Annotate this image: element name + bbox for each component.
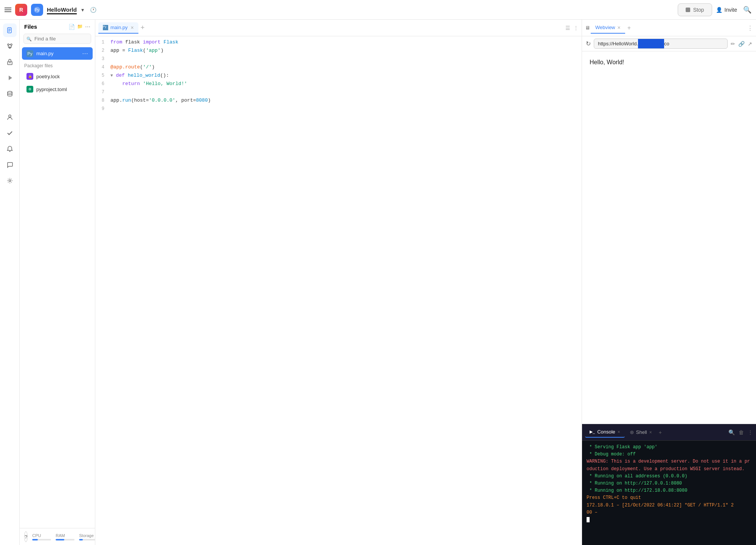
editor-tab-right: ☰ ⋮ — [565, 25, 579, 31]
edit-icon[interactable]: ✏ — [731, 41, 735, 47]
console-line-2: * Debug mode: off — [587, 451, 751, 458]
file-item-poetrylock[interactable]: 🔒 poetry.lock — [22, 70, 93, 82]
svg-rect-9 — [8, 62, 12, 65]
cpu-fill — [32, 539, 38, 540]
editor-tabs: Py main.py × + ☰ ⋮ — [95, 20, 582, 36]
svg-point-6 — [8, 44, 9, 45]
console-output: * Serving Flask app 'app' * Debug mode: … — [582, 441, 756, 545]
app-name: HelloWorld — [47, 6, 77, 13]
console-cursor — [587, 517, 590, 522]
sidebar-item-user[interactable] — [3, 110, 17, 124]
ram-resource: RAM — [56, 533, 75, 540]
console-trash-icon[interactable]: 🗑 — [739, 429, 744, 435]
editor-tab-mainpy[interactable]: Py main.py × — [98, 22, 138, 34]
svg-point-13 — [9, 180, 11, 182]
console-line-7: Press CTRL+C to quit — [587, 494, 751, 502]
console-search-icon[interactable]: 🔍 — [728, 429, 735, 435]
cpu-progress — [32, 539, 51, 540]
webview-hello-text: Hello, World! — [590, 59, 624, 65]
menu-button[interactable] — [5, 8, 11, 12]
sidebar-item-settings[interactable] — [3, 174, 17, 187]
topbar-right: 👤 Invite 🔍 — [716, 6, 751, 14]
sidebar-item-check[interactable] — [3, 126, 17, 140]
sidebar-item-git[interactable] — [3, 39, 17, 53]
webview-tab-name: Webview — [595, 25, 615, 30]
webview-more-icon[interactable]: ⋮ — [747, 25, 753, 31]
new-folder-icon[interactable]: 📁 — [77, 24, 83, 30]
sidebar-item-deploy[interactable] — [3, 71, 17, 85]
new-file-icon[interactable]: 📄 — [68, 24, 75, 30]
py-icon: Py — [26, 50, 33, 57]
webview-tabs: 🖥 Webview × + ⋮ — [582, 20, 756, 36]
cpu-resource: CPU — [32, 533, 51, 540]
webview-area: 🖥 Webview × + ⋮ ↻ https://HelloWorld. xx… — [582, 20, 756, 424]
editor-area: Py main.py × + ☰ ⋮ 1 from flask import F… — [95, 20, 582, 545]
external-link-icon[interactable]: ↗ — [748, 41, 752, 47]
ram-label: RAM — [56, 533, 75, 538]
history-icon[interactable]: 🕐 — [90, 7, 96, 13]
url-redacted: xxxxxxxxxx — [638, 39, 664, 48]
file-search-wrapper — [23, 34, 91, 44]
sidebar-item-files[interactable] — [3, 23, 17, 37]
file-search-container — [23, 34, 91, 44]
lock-icon: 🔒 — [26, 73, 33, 80]
console-close-icon[interactable]: × — [618, 429, 620, 435]
app-dropdown-icon[interactable]: ▾ — [81, 7, 84, 13]
stop-button[interactable]: Stop — [678, 3, 712, 16]
console-more-icon[interactable]: ⋮ — [748, 429, 753, 435]
webview-add-tab-button[interactable]: + — [627, 25, 631, 31]
tab-py-icon: Py — [103, 25, 108, 30]
file-name-mainpy: main.py — [36, 51, 54, 56]
url-text-suffix: co — [664, 39, 673, 48]
search-icon[interactable]: 🔍 — [743, 6, 751, 14]
console-line-4: * Running on all addresses (0.0.0.0) — [587, 473, 751, 480]
shell-tab-label: Shell — [636, 429, 647, 435]
svg-marker-10 — [9, 76, 12, 80]
console-tab-icon: ▶_ — [590, 429, 595, 434]
cpu-label: CPU — [32, 533, 51, 538]
add-console-tab-button[interactable]: + — [659, 429, 662, 435]
tab-close-icon[interactable]: × — [131, 25, 134, 31]
svg-text:Py: Py — [35, 8, 39, 12]
console-line-9 — [587, 516, 751, 523]
console-tabs: ▶_ Console × ◎ Shell × + 🔍 🗑 ⋮ — [582, 424, 756, 441]
sidebar-item-packages[interactable] — [3, 55, 17, 69]
console-tab-shell[interactable]: ◎ Shell × — [626, 427, 657, 437]
help-button[interactable]: ? — [24, 531, 28, 542]
file-more-icon[interactable]: ⋯ — [82, 50, 88, 57]
invite-icon: 👤 — [716, 7, 722, 13]
link-icon[interactable]: 🔗 — [738, 41, 745, 47]
svg-rect-3 — [8, 29, 11, 29]
console-line-8: 172.18.0.1 – [21/Oct/2022 06:41:22] "GET… — [587, 502, 751, 516]
replit-logo: R — [15, 4, 27, 16]
file-item-pyprojecttoml[interactable]: ⚙ pyproject.toml — [22, 83, 93, 95]
webview-content: Hello, World! — [582, 51, 756, 424]
webview-tab-close-icon[interactable]: × — [618, 25, 621, 31]
console-line-1: * Serving Flask app 'app' — [587, 444, 751, 451]
console-tab-console[interactable]: ▶_ Console × — [585, 427, 625, 438]
invite-button[interactable]: 👤 Invite — [716, 7, 737, 13]
code-editor[interactable]: 1 from flask import Flask 2 app = Flask(… — [95, 36, 582, 545]
webview-tab-icon: 🖥 — [585, 25, 590, 31]
console-area: ▶_ Console × ◎ Shell × + 🔍 🗑 ⋮ * Serving… — [582, 424, 756, 545]
editor-more-icon[interactable]: ⋮ — [573, 25, 579, 31]
search-input[interactable] — [23, 34, 91, 44]
webview-tab[interactable]: Webview × — [591, 22, 625, 34]
shell-close-icon[interactable]: × — [649, 430, 652, 435]
add-tab-button[interactable]: + — [141, 24, 145, 32]
editor-format-icon[interactable]: ☰ — [565, 25, 570, 31]
console-tab-label: Console — [597, 429, 615, 435]
sidebar-item-notification[interactable] — [3, 142, 17, 156]
webview-tab-right: ⋮ — [747, 25, 753, 31]
file-item-mainpy[interactable]: Py main.py ⋯ — [22, 47, 93, 60]
console-line-3: WARNING: This is a development server. D… — [587, 458, 751, 472]
refresh-icon[interactable]: ↻ — [586, 40, 591, 47]
more-icon[interactable]: ⋯ — [85, 24, 90, 30]
file-name-poetrylock: poetry.lock — [36, 74, 60, 79]
sidebar-item-database[interactable] — [3, 87, 17, 101]
console-line-6: * Running on http://172.18.0.88:8080 — [587, 487, 751, 494]
main-layout: Files 📄 📁 ⋯ Py main.py ⋯ Packager files … — [0, 20, 756, 545]
sidebar-item-chat[interactable] — [3, 158, 17, 172]
console-line-5: * Running on http://127.0.0.1:8080 — [587, 480, 751, 487]
code-line-3: 3 — [95, 56, 582, 64]
